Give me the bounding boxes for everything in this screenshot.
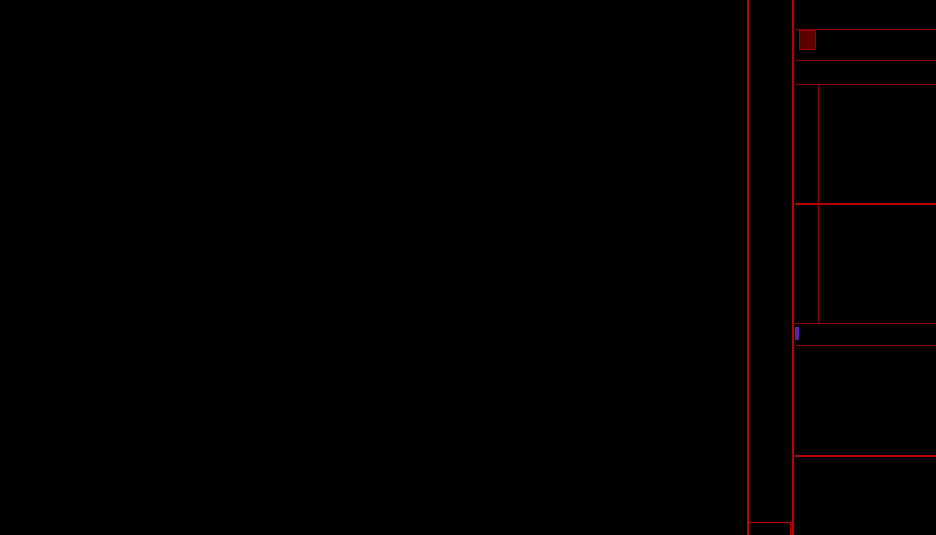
trades-divider <box>795 455 936 457</box>
margin-trading-badge <box>799 30 816 50</box>
chart-right-border <box>747 0 749 535</box>
stock-app-window <box>0 0 936 535</box>
volume-multiplier-badge <box>747 522 791 535</box>
highlight-notch <box>795 327 799 340</box>
quote-panel <box>795 0 936 535</box>
orderbook-mid-line <box>795 203 936 205</box>
panel-left-border <box>792 0 794 535</box>
timeshare-chart[interactable] <box>0 0 795 535</box>
